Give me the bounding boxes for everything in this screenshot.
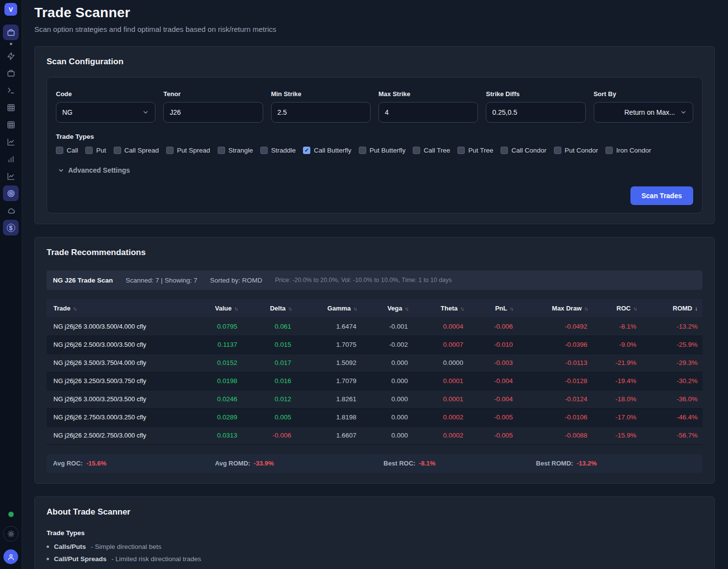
- checkbox-strangle[interactable]: Strangle: [218, 147, 253, 154]
- sidebar-item-portfolio[interactable]: [3, 25, 19, 40]
- checkbox-put-spread[interactable]: Put Spread: [166, 147, 210, 154]
- theme-toggle-button[interactable]: [3, 526, 19, 542]
- input-strike-diffs[interactable]: 0.25,0.5: [486, 102, 585, 123]
- sort-icon: ↑↓: [353, 306, 357, 311]
- sidebar-item-trade-scanner[interactable]: [3, 185, 19, 201]
- column-header-romd[interactable]: ROMD↓: [641, 299, 703, 317]
- sidebar-item-line-chart-2[interactable]: [3, 168, 19, 184]
- briefcase-icon: [7, 28, 15, 37]
- field-code: CodeNG: [56, 90, 155, 123]
- main-content: Trade Scanner Scan option strategies and…: [22, 0, 728, 569]
- sidebar-item-grid-1[interactable]: [3, 100, 19, 115]
- sidebar-item-pricing[interactable]: $: [3, 220, 19, 235]
- about-trade-scanner-card: About Trade Scanner Trade Types Calls/Pu…: [34, 496, 715, 569]
- checkbox-put-condor[interactable]: Put Condor: [554, 147, 598, 154]
- scan-name: NG J26 Trade Scan: [53, 277, 113, 284]
- table-row[interactable]: NG j26j26 3.000/3.250/3.500 cfly0.02460.…: [47, 390, 703, 408]
- table-cell: -56.7%: [641, 426, 703, 444]
- terminal-icon: [7, 86, 15, 95]
- table-row[interactable]: NG j26j26 2.750/3.000/3.250 cfly0.02890.…: [47, 408, 703, 426]
- table-cell: 1.5092: [296, 354, 361, 372]
- sort-icon: ↑↓: [633, 306, 637, 311]
- table-row[interactable]: NG j26j26 2.500/2.750/3.000 cfly0.0313-0…: [47, 426, 703, 444]
- scan-trades-button[interactable]: Scan Trades: [630, 186, 694, 205]
- table-cell: NG j26j26 2.750/3.000/3.250 cfly: [47, 408, 196, 426]
- advanced-settings-label: Advanced Settings: [68, 166, 130, 174]
- connection-status-dot: [8, 512, 14, 517]
- field-value: Return on Max...: [624, 108, 675, 116]
- sidebar-item-bar-chart[interactable]: [3, 151, 19, 167]
- input-tenor[interactable]: J26: [163, 102, 263, 123]
- table-cell: 0.0002: [413, 426, 468, 444]
- table-row[interactable]: NG j26j26 3.250/3.500/3.750 cfly0.01980.…: [47, 372, 703, 390]
- sidebar-item-quick-actions[interactable]: [3, 48, 19, 64]
- bullet-icon: [47, 545, 49, 548]
- column-header-value[interactable]: Value↑↓: [196, 299, 242, 317]
- checkbox-straddle[interactable]: Straddle: [260, 147, 296, 154]
- checkbox-call-butterfly[interactable]: ✓Call Butterfly: [303, 147, 351, 154]
- table-cell: NG j26j26 2.500/2.750/3.000 cfly: [47, 426, 196, 444]
- about-bullet: Calls/Puts- Simple directional bets: [47, 543, 703, 550]
- checkbox-call-tree[interactable]: Call Tree: [413, 147, 450, 154]
- select-code[interactable]: NG: [56, 102, 155, 123]
- sidebar-item-grid-2[interactable]: [3, 117, 19, 132]
- checkbox-label: Put Butterfly: [370, 147, 406, 154]
- table-cell: -25.9%: [641, 336, 703, 354]
- summary-value: -33.9%: [253, 460, 274, 467]
- column-header-roc[interactable]: ROC↑↓: [592, 299, 641, 317]
- app-logo[interactable]: V: [4, 3, 17, 16]
- checkbox-label: Straddle: [271, 147, 296, 154]
- sidebar-item-cases[interactable]: [3, 65, 19, 81]
- grid-icon: [7, 121, 15, 129]
- checkbox-call-spread[interactable]: Call Spread: [114, 147, 159, 154]
- table-cell: -0.0124: [518, 390, 592, 408]
- checkbox-call-condor[interactable]: Call Condor: [501, 147, 546, 154]
- column-header-theta[interactable]: Theta↑↓: [413, 299, 468, 317]
- table-cell: 0.0002: [413, 408, 468, 426]
- user-avatar[interactable]: [3, 549, 18, 564]
- checkbox-unchecked-icon: [554, 147, 561, 154]
- field-label: Strike Diffs: [486, 90, 585, 98]
- checkbox-put-butterfly[interactable]: Put Butterfly: [359, 147, 406, 154]
- table-cell: -0.006: [468, 317, 518, 336]
- advanced-settings-toggle[interactable]: Advanced Settings: [58, 166, 693, 174]
- table-cell: -8.1%: [592, 317, 641, 336]
- table-row[interactable]: NG j26j26 3.500/3.750/4.000 cfly0.01520.…: [47, 354, 703, 372]
- checkbox-iron-condor[interactable]: Iron Condor: [605, 147, 651, 154]
- table-cell: 0.0795: [196, 317, 242, 336]
- table-cell: 0.000: [361, 390, 413, 408]
- table-cell: 1.8261: [296, 390, 361, 408]
- checkbox-unchecked-icon: [457, 147, 465, 154]
- checkbox-unchecked-icon: [605, 147, 613, 154]
- column-header-max-draw[interactable]: Max Draw↑↓: [518, 299, 592, 317]
- column-header-pnl[interactable]: PnL↑↓: [468, 299, 518, 317]
- checkbox-put-tree[interactable]: Put Tree: [457, 147, 493, 154]
- column-header-delta[interactable]: Delta↑↓: [242, 299, 296, 317]
- summary-best-romd: Best ROMD:-13.2%: [536, 460, 696, 467]
- table-cell: 0.016: [242, 372, 296, 390]
- input-max-strike[interactable]: 4: [378, 102, 478, 123]
- checkbox-call[interactable]: Call: [56, 147, 78, 154]
- sidebar-item-cloud[interactable]: [3, 203, 19, 218]
- field-max-strike: Max Strike4: [378, 90, 478, 123]
- input-min-strike[interactable]: 2.5: [271, 102, 371, 123]
- table-cell: -36.0%: [641, 390, 703, 408]
- checkbox-put[interactable]: Put: [85, 147, 106, 154]
- sort-icon: ↑↓: [510, 306, 513, 311]
- sidebar-item-terminal[interactable]: [3, 82, 19, 98]
- table-cell: -29.3%: [641, 354, 703, 372]
- table-row[interactable]: NG j26j26 2.500/3.000/3.500 cfly0.11370.…: [47, 336, 703, 354]
- trade-types-label: Trade Types: [56, 133, 693, 140]
- line-chart-icon: [7, 172, 15, 181]
- checkbox-unchecked-icon: [85, 147, 93, 154]
- table-cell: 0.0000: [413, 354, 468, 372]
- select-sort-by[interactable]: Return on Max...: [594, 102, 693, 123]
- table-row[interactable]: NG j26j26 3.000/3.500/4.000 cfly0.07950.…: [47, 317, 703, 336]
- column-header-trade[interactable]: Trade↑↓: [47, 299, 196, 317]
- sidebar-item-line-chart-1[interactable]: [3, 134, 19, 150]
- scan-counts: Scanned: 7 | Showing: 7: [126, 277, 197, 284]
- table-cell: -0.004: [468, 372, 518, 390]
- field-label: Tenor: [163, 90, 263, 98]
- column-header-gamma[interactable]: Gamma↑↓: [296, 299, 361, 317]
- column-header-vega[interactable]: Vega↑↓: [361, 299, 413, 317]
